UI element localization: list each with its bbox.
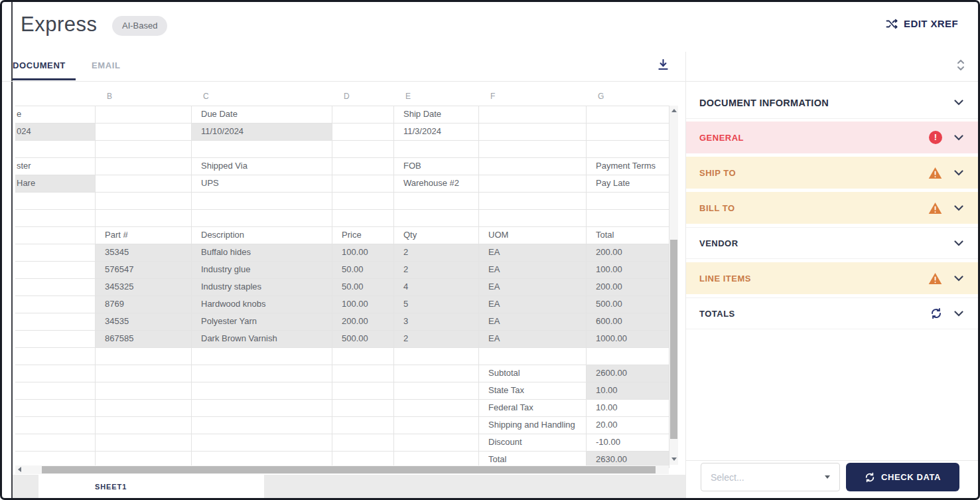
tab-email[interactable]: EMAIL (92, 60, 120, 70)
window-left-edge (11, 2, 13, 498)
sheet-cell-F17[interactable]: State Tax (478, 382, 586, 399)
sheet-cell-F11[interactable]: EA (478, 278, 586, 295)
panel-sections: GENERAL!SHIP TOBILL TOVENDORLINE ITEMSTO… (686, 122, 978, 329)
sheet-cell-E9[interactable]: 2 (393, 244, 478, 261)
scroll-left-arrow[interactable] (18, 467, 21, 472)
download-icon (656, 58, 670, 72)
sheet-cell-F9[interactable]: EA (478, 244, 586, 261)
sheet-cell-A5[interactable]: Hare (15, 175, 95, 192)
sheet-cell-B8[interactable]: Part # (95, 226, 191, 244)
sheet-cell-G20[interactable]: -10.00 (586, 434, 669, 451)
sheet-cell-D11[interactable]: 50.00 (332, 278, 393, 295)
sheet-cell-F16[interactable]: Subtotal (478, 365, 586, 382)
sheet-cell-E11[interactable]: 4 (393, 278, 478, 295)
sheet-cell-C11[interactable]: Industry staples (191, 278, 332, 295)
sheet-cell-E10[interactable]: 2 (393, 261, 478, 278)
chevron-down-icon (954, 205, 963, 211)
sheet-cell-E13[interactable]: 3 (393, 313, 478, 330)
sheet-cell-B12[interactable]: 8769 (95, 295, 191, 313)
sheet-cell-B13[interactable]: 34535 (95, 313, 191, 330)
check-data-button[interactable]: CHECK DATA (846, 463, 959, 491)
sheet-cell-F19[interactable]: Shipping and Handling (478, 416, 586, 434)
check-data-label: CHECK DATA (881, 472, 941, 482)
sheet-cell-F14[interactable]: EA (478, 330, 586, 347)
edit-xref-button[interactable]: EDIT XREF (886, 18, 958, 29)
sheet-cell-F8[interactable]: UOM (478, 226, 586, 244)
sheet-cell-A4[interactable]: ster (15, 157, 95, 175)
sheet-cell-C14[interactable]: Dark Brown Varnish (191, 330, 332, 347)
chevron-down-icon (954, 170, 963, 176)
sheet-cell-C2[interactable]: 11/10/2024 (191, 123, 332, 140)
sheet-cell-C1[interactable]: Due Date (191, 106, 332, 123)
sheet-cell-G18[interactable]: 10.00 (586, 399, 669, 416)
document-information-header[interactable]: DOCUMENT INFORMATION (686, 87, 978, 119)
sheet-cell-G16[interactable]: 2600.00 (586, 365, 669, 382)
sheet-cell-G14[interactable]: 1000.00 (586, 330, 669, 347)
sheet-cell-D14[interactable]: 500.00 (332, 330, 393, 347)
sheet-cell-E14[interactable]: 2 (393, 330, 478, 347)
section-bill-to[interactable]: BILL TO (686, 192, 978, 224)
sheet-cell-C4[interactable]: Shipped Via (191, 157, 332, 175)
sheet-cell-C9[interactable]: Buffalo hides (191, 244, 332, 261)
sheet-cell-A1[interactable]: e (15, 106, 95, 123)
sheet-cell-C8[interactable]: Description (191, 226, 332, 244)
select-dropdown[interactable]: Select... (701, 463, 840, 491)
sheet-cell-E8[interactable]: Qty (393, 226, 478, 244)
sheet-cell-G17[interactable]: 10.00 (586, 382, 669, 399)
sheet-cell-D8[interactable]: Price (332, 226, 393, 244)
shuffle-icon (886, 19, 898, 29)
column-header-c: C (203, 88, 209, 105)
sheet-cell-E5[interactable]: Warehouse #2 (393, 175, 478, 192)
sheet-cell-D13[interactable]: 200.00 (332, 313, 393, 330)
sheet-cell-B10[interactable]: 576547 (95, 261, 191, 278)
section-totals[interactable]: TOTALS (686, 297, 978, 329)
sheet-cell-G19[interactable]: 20.00 (586, 416, 669, 434)
section-ship-to[interactable]: SHIP TO (686, 157, 978, 189)
sheet-cell-B9[interactable]: 35345 (95, 244, 191, 261)
panel-footer-divider (686, 460, 978, 461)
sheet-cell-G13[interactable]: 600.00 (586, 313, 669, 330)
section-line-items[interactable]: LINE ITEMS (686, 262, 978, 294)
horizontal-scrollbar-thumb[interactable] (42, 466, 656, 473)
sheet-cell-D12[interactable]: 100.00 (332, 295, 393, 313)
sheet-cell-C10[interactable]: Industry glue (191, 261, 332, 278)
vertical-scrollbar-thumb[interactable] (670, 240, 677, 439)
sheet-cell-G8[interactable]: Total (586, 226, 669, 244)
sheet-cell-E4[interactable]: FOB (393, 157, 478, 175)
sheet-cell-F18[interactable]: Federal Tax (478, 399, 586, 416)
sheet-cell-D9[interactable]: 100.00 (332, 244, 393, 261)
sheet-cell-A2[interactable]: 024 (15, 123, 95, 140)
tab-document[interactable]: DOCUMENT (13, 60, 66, 70)
sheet-cell-E12[interactable]: 5 (393, 295, 478, 313)
sheet-cell-B11[interactable]: 345325 (95, 278, 191, 295)
download-button[interactable] (656, 58, 670, 72)
sheet-cell-G11[interactable]: 200.00 (586, 278, 669, 295)
sheet-tab-sheet1[interactable]: SHEET1 (38, 475, 264, 499)
sheet-cell-C13[interactable]: Polyester Yarn (191, 313, 332, 330)
sheet-cell-C12[interactable]: Hardwood knobs (191, 295, 332, 313)
sheet-cell-G5[interactable]: Pay Late (586, 175, 669, 192)
chevron-down-icon (954, 276, 963, 282)
sheet-cell-B14[interactable]: 867585 (95, 330, 191, 347)
sheet-cell-E2[interactable]: 11/3/2024 (393, 123, 478, 140)
sheet-cell-G12[interactable]: 500.00 (586, 295, 669, 313)
sheet-cell-G9[interactable]: 200.00 (586, 244, 669, 261)
scroll-up-arrow[interactable] (671, 109, 677, 112)
error-icon: ! (929, 131, 942, 144)
section-label: LINE ITEMS (699, 274, 928, 284)
section-general[interactable]: GENERAL! (686, 122, 978, 153)
column-header-g: G (598, 88, 604, 105)
sheet-cell-F13[interactable]: EA (478, 313, 586, 330)
warning-icon (928, 167, 942, 179)
sheet-cell-C5[interactable]: UPS (191, 175, 332, 192)
sheet-cell-E1[interactable]: Ship Date (393, 106, 478, 123)
section-vendor[interactable]: VENDOR (686, 227, 978, 259)
sheet-cell-F12[interactable]: EA (478, 295, 586, 313)
sheet-cell-F20[interactable]: Discount (478, 434, 586, 451)
scroll-down-arrow[interactable] (671, 458, 677, 461)
sheet-cell-D10[interactable]: 50.00 (332, 261, 393, 278)
unfold-button[interactable] (955, 58, 966, 72)
sheet-cell-F10[interactable]: EA (478, 261, 586, 278)
sheet-cell-G10[interactable]: 100.00 (586, 261, 669, 278)
sheet-cell-G4[interactable]: Payment Terms (586, 157, 669, 175)
